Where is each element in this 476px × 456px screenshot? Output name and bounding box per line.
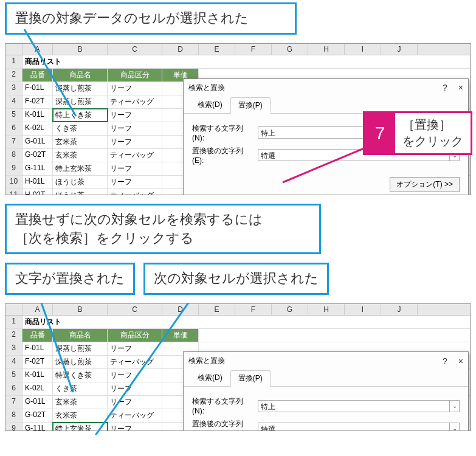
cell-name[interactable]: ほうじ茶 bbox=[53, 176, 108, 188]
cell-code[interactable]: G-11L bbox=[22, 162, 53, 175]
cell-name[interactable]: 深蒸し煎茶 bbox=[53, 95, 108, 108]
cell-code[interactable]: F-02T bbox=[22, 95, 53, 108]
tab-find[interactable]: 検索(D) bbox=[190, 97, 230, 113]
col-D[interactable]: D bbox=[162, 304, 199, 315]
cell-code[interactable]: G-01L bbox=[22, 136, 53, 148]
cell-code[interactable]: K-02L bbox=[22, 382, 53, 395]
cell-category[interactable]: ティーバッグ bbox=[108, 149, 162, 162]
cell-name[interactable]: 特選くき茶 bbox=[53, 369, 108, 382]
close-icon[interactable]: × bbox=[458, 356, 463, 366]
cell-code[interactable]: G-02T bbox=[22, 409, 53, 422]
cell-code[interactable]: H-02T bbox=[22, 189, 53, 195]
cell-name[interactable]: 玄米茶 bbox=[53, 396, 108, 409]
col-G[interactable]: G bbox=[272, 304, 308, 315]
label-find-what: 検索する文字列(N): bbox=[192, 123, 253, 142]
cell-code[interactable]: K-01L bbox=[22, 109, 53, 122]
cell-category[interactable]: リーフ bbox=[108, 136, 162, 148]
close-icon[interactable]: × bbox=[458, 83, 463, 92]
col-H[interactable]: H bbox=[308, 44, 345, 55]
col-A[interactable]: A bbox=[22, 304, 53, 315]
hdr-name[interactable]: 商品名 bbox=[53, 69, 108, 81]
tab-replace[interactable]: 置換(P) bbox=[230, 370, 271, 387]
col-E[interactable]: E bbox=[199, 304, 235, 315]
col-J[interactable]: J bbox=[381, 44, 418, 55]
cell-name[interactable]: 特上玄米茶 bbox=[53, 423, 108, 431]
col-C[interactable]: C bbox=[108, 44, 162, 55]
options-button[interactable]: オプション(T) >> bbox=[390, 177, 460, 192]
cell-name[interactable]: 特上くき茶 bbox=[53, 109, 108, 122]
cell-category[interactable]: ティーバッグ bbox=[108, 409, 162, 422]
cell-code[interactable]: F-01L bbox=[22, 342, 53, 355]
col-I[interactable]: I bbox=[345, 44, 381, 55]
col-C[interactable]: C bbox=[108, 304, 162, 315]
dialog-titlebar[interactable]: 検索と置換 ? × bbox=[184, 352, 468, 370]
dialog-titlebar[interactable]: 検索と置換 ? × bbox=[184, 79, 468, 97]
tab-find[interactable]: 検索(D) bbox=[190, 370, 230, 386]
col-I[interactable]: I bbox=[345, 304, 381, 315]
hdr-name[interactable]: 商品名 bbox=[53, 329, 108, 342]
hdr-code[interactable]: 品番 bbox=[22, 329, 53, 342]
cell-category[interactable]: ティーバッグ bbox=[108, 95, 162, 108]
cell-category[interactable]: リーフ bbox=[108, 369, 162, 382]
tab-replace[interactable]: 置換(P) bbox=[230, 97, 271, 114]
sheet-title[interactable]: 商品リスト bbox=[22, 316, 471, 328]
hdr-category[interactable]: 商品区分 bbox=[108, 69, 162, 81]
sheet-title[interactable]: 商品リスト bbox=[22, 55, 471, 68]
cell-name[interactable]: 特上玄米茶 bbox=[53, 162, 108, 175]
cell-name[interactable]: くき茶 bbox=[53, 122, 108, 135]
cell-name[interactable]: 玄米茶 bbox=[53, 136, 108, 148]
cell-category[interactable]: リーフ bbox=[108, 423, 162, 431]
col-B[interactable]: B bbox=[53, 44, 108, 55]
cell-name[interactable]: 玄米茶 bbox=[53, 149, 108, 162]
column-headers: A B C D E F G H I J bbox=[5, 44, 471, 55]
cell-code[interactable]: F-01L bbox=[22, 82, 53, 95]
cell-code[interactable]: F-02T bbox=[22, 356, 53, 368]
cell-name[interactable]: くき茶 bbox=[53, 382, 108, 395]
col-F[interactable]: F bbox=[235, 44, 272, 55]
col-B[interactable]: B bbox=[53, 304, 108, 315]
cell-name[interactable]: ほうじ茶 bbox=[53, 189, 108, 195]
label-find-what: 検索する文字列(N): bbox=[192, 396, 253, 415]
cell-category[interactable]: ティーバッグ bbox=[108, 356, 162, 368]
col-F[interactable]: F bbox=[235, 304, 272, 315]
cell-code[interactable]: K-02L bbox=[22, 122, 53, 135]
col-A[interactable]: A bbox=[22, 44, 53, 55]
cell-category[interactable]: リーフ bbox=[108, 396, 162, 409]
callout-text: 置換の対象データのセルが選択された bbox=[15, 10, 249, 26]
cell-code[interactable]: G-11L bbox=[22, 423, 53, 431]
cell-category[interactable]: リーフ bbox=[108, 342, 162, 355]
callout-next-selected: 次の対象セルが選択された bbox=[143, 263, 329, 295]
help-icon[interactable]: ? bbox=[443, 356, 447, 366]
hdr-price[interactable]: 単価 bbox=[162, 329, 199, 342]
cell-category[interactable]: リーフ bbox=[108, 162, 162, 175]
cell-name[interactable]: 深蒸し煎茶 bbox=[53, 356, 108, 368]
cell-category[interactable]: リーフ bbox=[108, 82, 162, 95]
label-replace-with: 置換後の文字列(E): bbox=[192, 419, 253, 431]
col-J[interactable]: J bbox=[381, 304, 418, 315]
step-number: 7 bbox=[365, 113, 395, 153]
chevron-down-icon[interactable]: ⌄ bbox=[450, 423, 460, 432]
cell-category[interactable]: ティーバッグ bbox=[108, 189, 162, 195]
input-find-what[interactable]: 特上 bbox=[258, 400, 450, 412]
col-H[interactable]: H bbox=[308, 304, 345, 315]
cell-category[interactable]: リーフ bbox=[108, 176, 162, 188]
col-E[interactable]: E bbox=[199, 44, 235, 55]
col-G[interactable]: G bbox=[272, 44, 308, 55]
cell-category[interactable]: リーフ bbox=[108, 109, 162, 122]
cell-code[interactable]: K-01L bbox=[22, 369, 53, 382]
cell-code[interactable]: G-01L bbox=[22, 396, 53, 409]
chevron-down-icon[interactable]: ⌄ bbox=[450, 400, 460, 412]
cell-code[interactable]: G-02T bbox=[22, 149, 53, 162]
hdr-category[interactable]: 商品区分 bbox=[108, 329, 162, 342]
input-replace-with[interactable]: 特選 bbox=[258, 423, 450, 432]
spreadsheet-area-2: A B C D E F G H I J 1 商品リスト 2 品番 商品名 商品区… bbox=[5, 303, 471, 431]
cell-name[interactable]: 深蒸し煎茶 bbox=[53, 82, 108, 95]
cell-category[interactable]: リーフ bbox=[108, 122, 162, 135]
col-D[interactable]: D bbox=[162, 44, 199, 55]
cell-name[interactable]: 深蒸し煎茶 bbox=[53, 342, 108, 355]
cell-code[interactable]: H-01L bbox=[22, 176, 53, 188]
cell-name[interactable]: 玄米茶 bbox=[53, 409, 108, 422]
help-icon[interactable]: ? bbox=[443, 83, 447, 92]
hdr-code[interactable]: 品番 bbox=[22, 69, 53, 81]
cell-category[interactable]: リーフ bbox=[108, 382, 162, 395]
